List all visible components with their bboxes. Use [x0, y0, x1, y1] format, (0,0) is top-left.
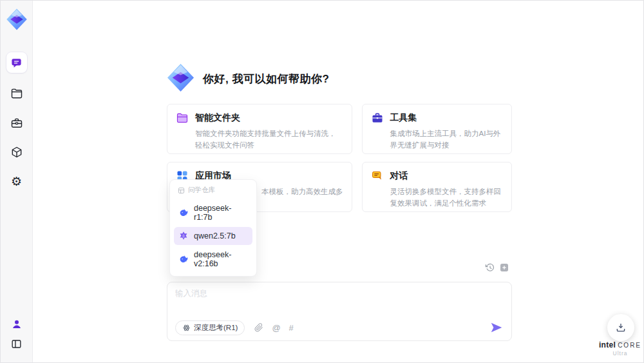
dropdown-header-label: 问学仓库	[188, 186, 215, 195]
chat-icon	[10, 57, 23, 69]
send-button[interactable]	[489, 320, 504, 335]
briefcase-blue-icon	[371, 112, 384, 124]
send-icon	[489, 320, 504, 335]
new-chat-icon	[499, 262, 509, 273]
card-title: 工具集	[390, 112, 417, 124]
user-icon	[11, 319, 23, 330]
sidebar-item-account[interactable]	[6, 314, 27, 335]
message-input[interactable]	[175, 288, 497, 314]
deep-think-label: 深度思考(R1)	[194, 323, 238, 333]
sidebar-item-collapse[interactable]	[6, 333, 27, 354]
greeting-logo	[166, 63, 196, 93]
sidebar-item-models[interactable]	[6, 142, 27, 162]
card-description: 智能文件夹功能支持批量文件上传与清洗，轻松实现文件问答	[195, 128, 343, 152]
deepseek-icon	[178, 254, 189, 264]
sidebar: ⚙	[1, 1, 33, 362]
model-option-deepseek-r1[interactable]: deepseek-r1:7b	[174, 200, 252, 226]
model-option-deepseek-v2[interactable]: deepseek-v2:16b	[174, 246, 252, 272]
hash-icon[interactable]: #	[289, 324, 294, 332]
card-title: 智能文件夹	[195, 112, 240, 124]
folder-icon	[10, 87, 23, 100]
panel-icon	[10, 338, 23, 350]
card-toolset[interactable]: 工具集 集成市场上主流工具，助力AI与外界无缝扩展与对接	[362, 104, 513, 154]
card-title: 对话	[390, 170, 408, 182]
model-dropdown: 问学仓库 deepseek-r1:7b qwen2.5:7b deepseek-…	[169, 179, 257, 277]
sidebar-item-files[interactable]	[6, 83, 27, 104]
card-description: 灵活切换多模型文件，支持多样回复效果调试，满足个性化需求	[390, 186, 504, 210]
at-icon[interactable]: @	[272, 324, 280, 332]
atom-icon	[182, 324, 191, 332]
history-button[interactable]	[485, 262, 495, 273]
folder-purple-icon	[176, 112, 189, 124]
card-smart-folder[interactable]: 智能文件夹 智能文件夹功能支持批量文件上传与清洗，轻松实现文件问答	[167, 104, 352, 154]
cube-icon	[10, 146, 23, 159]
sidebar-item-settings[interactable]: ⚙	[6, 171, 27, 191]
chat-yellow-icon	[371, 170, 384, 182]
model-option-label: deepseek-r1:7b	[194, 204, 248, 222]
deep-think-toggle[interactable]: 深度思考(R1)	[175, 320, 245, 335]
toolbox-icon	[10, 117, 23, 130]
ultra-text: Ultra	[597, 350, 643, 357]
core-text: CORE	[618, 342, 641, 349]
app-logo	[5, 7, 29, 32]
card-dialog[interactable]: 对话 灵活切换多模型文件，支持多样回复效果调试，满足个性化需求	[362, 162, 513, 212]
sidebar-item-toolbox[interactable]	[6, 113, 27, 133]
new-chat-button[interactable]	[499, 262, 509, 273]
intel-core-badge: intel CORE Ultra	[597, 340, 643, 357]
model-option-label: deepseek-v2:16b	[194, 250, 248, 268]
input-toolbar: 深度思考(R1) @ #	[175, 320, 504, 335]
intel-logo-text: intel	[599, 340, 616, 349]
deepseek-icon	[178, 208, 189, 218]
paperclip-icon[interactable]	[254, 323, 263, 332]
qwen-icon	[178, 231, 189, 241]
chat-input-container: 深度思考(R1) @ #	[167, 282, 512, 341]
card-description: 集成市场上主流工具，助力AI与外界无缝扩展与对接	[390, 128, 504, 152]
download-icon	[615, 322, 627, 333]
greeting-text: 你好, 我可以如何帮助你?	[203, 72, 329, 86]
model-option-qwen[interactable]: qwen2.5:7b	[174, 227, 252, 245]
repo-icon	[178, 187, 185, 194]
gear-icon: ⚙	[11, 175, 22, 188]
dropdown-header: 问学仓库	[174, 184, 252, 199]
sidebar-item-chat[interactable]	[6, 52, 27, 73]
download-button[interactable]	[607, 314, 634, 341]
model-option-label: qwen2.5:7b	[194, 231, 236, 240]
history-icon	[485, 262, 495, 273]
